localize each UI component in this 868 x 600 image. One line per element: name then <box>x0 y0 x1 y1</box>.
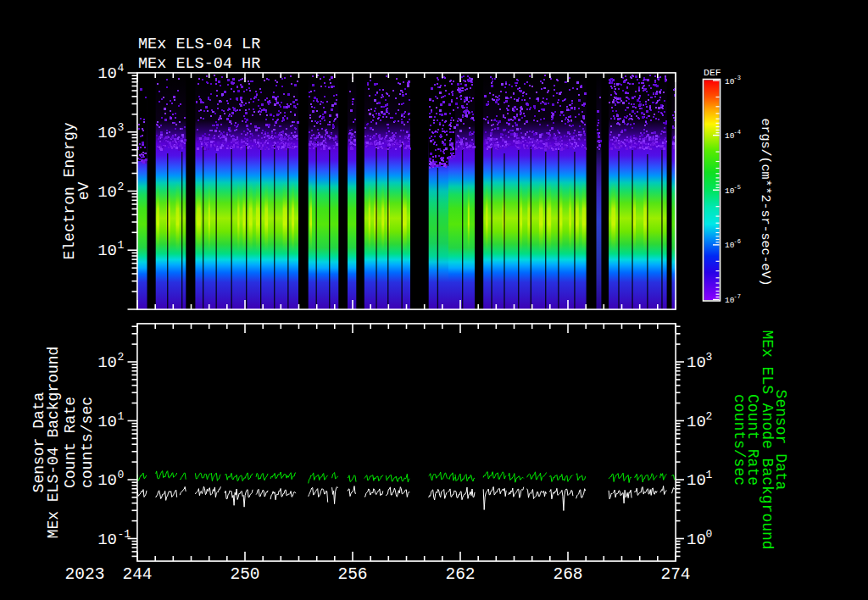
svg-text:2023: 2023 <box>65 565 105 584</box>
svg-text:-4: -4 <box>734 129 741 136</box>
svg-text:2: 2 <box>706 410 713 423</box>
svg-text:-3: -3 <box>734 75 741 81</box>
svg-text:10: 10 <box>97 471 117 490</box>
svg-text:2: 2 <box>118 351 125 364</box>
svg-text:268: 268 <box>553 565 582 584</box>
svg-text:-5: -5 <box>734 184 741 191</box>
svg-text:1: 1 <box>118 410 125 423</box>
svg-text:10: 10 <box>687 531 706 549</box>
svg-text:244: 244 <box>122 565 152 584</box>
svg-text:DEF: DEF <box>704 67 721 78</box>
svg-text:MEx ELS-04 HR: MEx ELS-04 HR <box>138 55 260 73</box>
svg-text:10: 10 <box>687 471 706 490</box>
svg-text:-7: -7 <box>734 293 741 300</box>
svg-text:3: 3 <box>706 351 713 364</box>
svg-text:262: 262 <box>445 565 475 584</box>
svg-text:10: 10 <box>97 413 117 431</box>
svg-text:-1: -1 <box>118 528 131 541</box>
svg-text:counts/sec: counts/sec <box>79 397 96 488</box>
svg-text:10: 10 <box>97 183 117 202</box>
svg-text:2: 2 <box>118 181 125 193</box>
svg-text:10: 10 <box>687 353 706 372</box>
svg-text:0: 0 <box>706 528 713 541</box>
svg-text:1: 1 <box>706 469 713 481</box>
svg-text:3: 3 <box>118 121 125 134</box>
svg-text:256: 256 <box>337 565 367 584</box>
svg-text:4: 4 <box>118 62 125 75</box>
svg-text:MEx ELS-04 LR: MEx ELS-04 LR <box>138 36 260 53</box>
svg-text:MEx ELS-04 Background: MEx ELS-04 Background <box>45 347 62 539</box>
svg-text:10: 10 <box>687 413 706 431</box>
svg-text:250: 250 <box>230 565 259 584</box>
svg-text:10: 10 <box>97 64 117 83</box>
svg-text:Count Rate: Count Rate <box>62 397 79 488</box>
svg-text:10: 10 <box>97 531 117 549</box>
svg-text:1: 1 <box>118 239 125 252</box>
svg-text:10: 10 <box>97 353 117 372</box>
svg-text:10: 10 <box>97 242 117 260</box>
svg-text:counts/sec: counts/sec <box>731 394 748 486</box>
svg-text:274: 274 <box>660 565 690 584</box>
svg-text:ergs/(cm**2-sr-sec-eV): ergs/(cm**2-sr-sec-eV) <box>758 118 772 286</box>
svg-text:0: 0 <box>118 469 125 481</box>
svg-text:eV: eV <box>75 182 92 201</box>
svg-text:-6: -6 <box>734 238 741 245</box>
svg-text:10: 10 <box>97 124 117 142</box>
